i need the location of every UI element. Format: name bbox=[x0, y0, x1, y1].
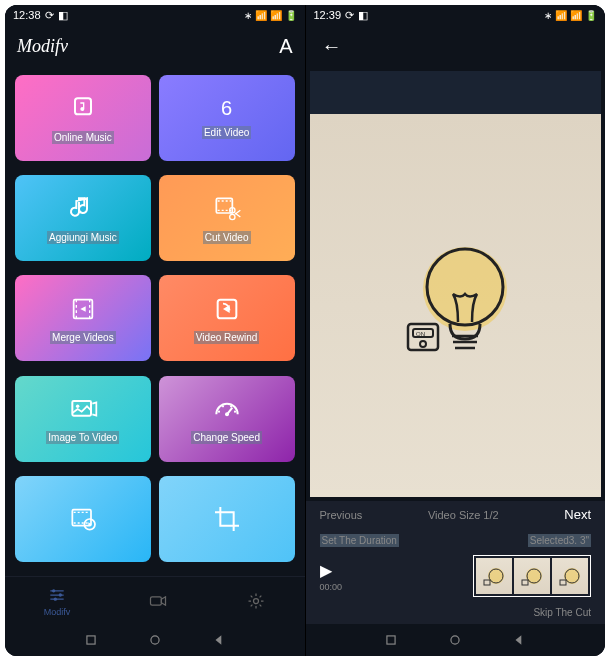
status-app-icon: ◧ bbox=[358, 9, 368, 22]
tile-label: Video Rewind bbox=[194, 331, 260, 344]
system-nav-right bbox=[306, 624, 606, 656]
svg-point-37 bbox=[451, 636, 459, 644]
tile-extra-2[interactable] bbox=[159, 476, 295, 562]
thumbnail[interactable] bbox=[514, 558, 550, 594]
editor-controls: Previous Video Size 1/2 Next Set The Dur… bbox=[306, 501, 606, 624]
svg-point-7 bbox=[76, 405, 79, 408]
svg-point-9 bbox=[218, 411, 220, 413]
svg-point-26 bbox=[420, 341, 426, 347]
gauge-icon bbox=[211, 393, 243, 425]
bottom-nav: Modifv bbox=[5, 576, 305, 624]
tile-label: Aggiungi Music bbox=[47, 231, 119, 244]
svg-point-10 bbox=[222, 405, 224, 407]
status-bar-right: 12:39 ⟳ ◧ ∗ 📶 📶 🔋 bbox=[306, 5, 606, 25]
nav-label: Modifv bbox=[44, 607, 71, 617]
app-header: Modifv A bbox=[5, 25, 305, 67]
tile-change-speed[interactable]: Change Speed bbox=[159, 376, 295, 462]
status-app-icon: ◧ bbox=[58, 9, 68, 22]
prev-button[interactable]: Previous bbox=[320, 509, 363, 521]
svg-text:ON: ON bbox=[416, 331, 425, 337]
signal-icon: 📶 bbox=[570, 10, 582, 21]
nav-settings[interactable] bbox=[246, 591, 266, 611]
svg-point-19 bbox=[253, 598, 258, 603]
system-nav-left bbox=[5, 624, 305, 656]
svg-point-3 bbox=[229, 214, 234, 219]
tile-merge-videos[interactable]: Merge Videos bbox=[15, 275, 151, 361]
back-arrow-icon[interactable]: ← bbox=[318, 31, 346, 62]
nav-camera[interactable] bbox=[148, 591, 168, 611]
signal-icon: 📶 bbox=[555, 10, 567, 21]
svg-rect-32 bbox=[522, 580, 528, 585]
scissors-film-icon bbox=[211, 193, 243, 225]
svg-point-17 bbox=[54, 597, 57, 600]
tile-video-rewind[interactable]: Video Rewind bbox=[159, 275, 295, 361]
crop-icon bbox=[211, 503, 243, 535]
play-icon: ▶ bbox=[320, 561, 332, 580]
bluetooth-icon: ∗ bbox=[244, 10, 252, 21]
selected-label: Selected3. 3" bbox=[528, 534, 591, 547]
video-play-icon bbox=[67, 503, 99, 535]
duration-label: Set The Duration bbox=[320, 534, 399, 547]
status-time: 12:38 bbox=[13, 9, 41, 21]
status-sync-icon: ⟳ bbox=[45, 9, 54, 22]
tile-label: Image To Video bbox=[46, 431, 119, 444]
image-icon bbox=[67, 393, 99, 425]
back-button[interactable] bbox=[512, 633, 526, 647]
svg-point-22 bbox=[423, 247, 507, 331]
lightbulb-drawing: ON bbox=[390, 224, 520, 384]
svg-point-16 bbox=[59, 593, 62, 596]
back-button[interactable] bbox=[212, 633, 226, 647]
film-merge-icon bbox=[67, 293, 99, 325]
status-sync-icon: ⟳ bbox=[345, 9, 354, 22]
tile-extra-1[interactable] bbox=[15, 476, 151, 562]
editor-header: ← bbox=[306, 25, 606, 67]
camera-icon bbox=[148, 591, 168, 611]
tile-label: Change Speed bbox=[191, 431, 262, 444]
video-size-label[interactable]: Video Size 1/2 bbox=[428, 509, 499, 521]
timeline-thumbnails[interactable] bbox=[473, 555, 591, 597]
status-bar-left: 12:38 ⟳ ◧ ∗ 📶 📶 🔋 bbox=[5, 5, 305, 25]
tile-add-music[interactable]: Aggiungi Music bbox=[15, 175, 151, 261]
status-time: 12:39 bbox=[314, 9, 342, 21]
tile-label: Merge Videos bbox=[50, 331, 116, 344]
sliders-icon bbox=[47, 585, 67, 605]
video-preview[interactable]: ON bbox=[306, 67, 606, 501]
battery-icon: 🔋 bbox=[285, 10, 297, 21]
tools-grid: Online Music 6 Edit Video Aggiungi Music… bbox=[5, 67, 305, 576]
skip-cut-button[interactable]: Skip The Cut bbox=[533, 607, 591, 618]
signal-icon: 📶 bbox=[270, 10, 282, 21]
music-note-icon bbox=[67, 93, 99, 125]
tile-image-to-video[interactable]: Image To Video bbox=[15, 376, 151, 462]
tile-number: 6 bbox=[221, 97, 232, 120]
bluetooth-icon: ∗ bbox=[544, 10, 552, 21]
tile-edit-video[interactable]: 6 Edit Video bbox=[159, 75, 295, 161]
thumbnail[interactable] bbox=[552, 558, 588, 594]
tile-label: Cut Video bbox=[203, 231, 251, 244]
svg-rect-18 bbox=[151, 596, 162, 604]
svg-rect-36 bbox=[387, 636, 395, 644]
gear-icon bbox=[246, 591, 266, 611]
tile-cut-video[interactable]: Cut Video bbox=[159, 175, 295, 261]
tile-label: Edit Video bbox=[202, 126, 251, 139]
header-action-button[interactable]: A bbox=[279, 35, 292, 58]
svg-point-21 bbox=[151, 636, 159, 644]
svg-point-12 bbox=[234, 411, 236, 413]
music-notes-icon bbox=[67, 193, 99, 225]
home-button[interactable] bbox=[148, 633, 162, 647]
recents-button[interactable] bbox=[384, 633, 398, 647]
next-button[interactable]: Next bbox=[564, 507, 591, 522]
svg-rect-29 bbox=[484, 580, 490, 585]
tile-label: Online Music bbox=[52, 131, 114, 144]
tile-online-music[interactable]: Online Music bbox=[15, 75, 151, 161]
play-time: 00:00 bbox=[320, 582, 343, 592]
svg-point-15 bbox=[52, 589, 55, 592]
svg-point-11 bbox=[230, 405, 232, 407]
play-button[interactable]: ▶ 00:00 bbox=[320, 561, 343, 592]
page-title: Modifv bbox=[17, 36, 68, 57]
battery-icon: 🔋 bbox=[585, 10, 597, 21]
nav-modify[interactable]: Modifv bbox=[44, 585, 71, 617]
home-button[interactable] bbox=[448, 633, 462, 647]
thumbnail[interactable] bbox=[476, 558, 512, 594]
recents-button[interactable] bbox=[84, 633, 98, 647]
signal-icon: 📶 bbox=[255, 10, 267, 21]
